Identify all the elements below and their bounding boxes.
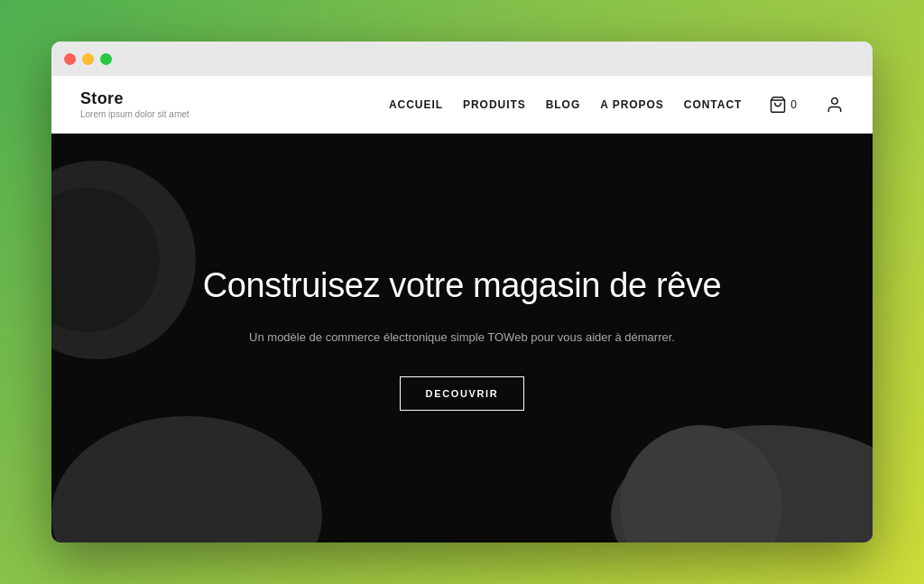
hero-title: Construisez votre magasin de rêve — [203, 265, 722, 307]
nav-item-apropos[interactable]: A PROPOS — [600, 98, 664, 111]
site-logo: Store Lorem ipsum dolor sit amet — [80, 89, 189, 119]
site-nav: ACCUEIL PRODUITS BLOG A PROPOS CONTACT 0 — [389, 96, 844, 114]
browser-content: Store Lorem ipsum dolor sit amet ACCUEIL… — [51, 76, 873, 542]
minimize-button[interactable] — [82, 53, 94, 65]
nav-item-produits[interactable]: PRODUITS — [463, 98, 526, 111]
nav-item-accueil[interactable]: ACCUEIL — [389, 98, 443, 111]
site-name: Store — [80, 89, 189, 108]
site-tagline: Lorem ipsum dolor sit amet — [80, 109, 189, 119]
title-bar — [51, 42, 873, 76]
nav-item-contact[interactable]: CONTACT — [684, 98, 743, 111]
nav-item-blog[interactable]: BLOG — [546, 98, 581, 111]
hero-cta-button[interactable]: DECOUVRIR — [400, 376, 525, 411]
browser-window: Store Lorem ipsum dolor sit amet ACCUEIL… — [51, 42, 873, 542]
cart-button[interactable]: 0 — [769, 96, 797, 114]
cart-icon — [769, 96, 787, 114]
hero-section: Construisez votre magasin de rêve Un mod… — [51, 134, 873, 542]
deco-circle-3 — [51, 416, 322, 542]
close-button[interactable] — [64, 53, 76, 65]
user-icon[interactable] — [826, 96, 844, 114]
hero-subtitle: Un modèle de commerce électronique simpl… — [203, 329, 722, 348]
cart-count: 0 — [790, 98, 797, 111]
site-header: Store Lorem ipsum dolor sit amet ACCUEIL… — [51, 76, 873, 134]
maximize-button[interactable] — [100, 53, 112, 65]
svg-point-1 — [832, 97, 838, 104]
hero-content: Construisez votre magasin de rêve Un mod… — [167, 265, 758, 410]
